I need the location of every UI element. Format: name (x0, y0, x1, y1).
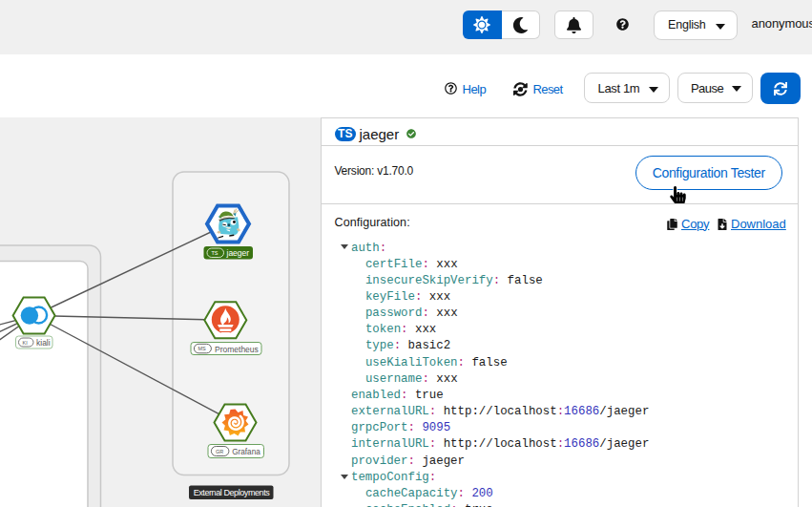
svg-text:KI: KI (23, 340, 29, 346)
svg-text:Grafana: Grafana (232, 448, 260, 456)
svg-text:TS: TS (212, 250, 219, 256)
svg-text:MS: MS (198, 346, 207, 351)
svg-text:External Deployments: External Deployments (194, 488, 271, 497)
svg-text:kiali: kiali (36, 338, 51, 348)
svg-text:jaeger: jaeger (226, 248, 250, 258)
svg-text:Prometheus: Prometheus (215, 345, 259, 354)
svg-text:GR: GR (216, 449, 223, 454)
